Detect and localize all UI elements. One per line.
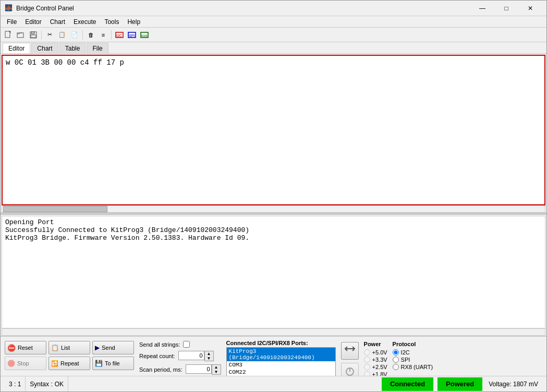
protocol-i2c-label: I2C xyxy=(401,349,410,356)
separator-2 xyxy=(82,30,83,40)
app-icon: 🌉 xyxy=(5,4,13,13)
editor-content[interactable]: w 0C 01 3B 00 00 c4 ff 17 p xyxy=(3,56,544,70)
repeat-count-down[interactable]: ▼ xyxy=(205,356,213,361)
power-5v-radio[interactable] xyxy=(364,349,370,356)
port-item-2[interactable]: COM3 xyxy=(227,361,335,369)
tab-table[interactable]: Table xyxy=(59,43,86,53)
toolbar-paste[interactable]: 📄 xyxy=(69,29,80,41)
output-line-2: Successfully Connected to KitProg3 (Brid… xyxy=(5,226,542,234)
svg-text:SPI: SPI xyxy=(129,34,135,38)
syntax-label: Syntax : xyxy=(30,381,52,388)
protocol-spi-label: SPI xyxy=(401,357,410,363)
menu-editor[interactable]: Editor xyxy=(21,16,45,28)
toolbar-open[interactable] xyxy=(15,29,27,41)
output-line-1: Opening Port xyxy=(5,218,542,226)
power-25v-radio[interactable] xyxy=(364,364,370,370)
tofile-button[interactable]: 💾 To file xyxy=(92,357,134,370)
close-button[interactable]: ✕ xyxy=(518,1,542,16)
send-all-label: Send all strings: xyxy=(139,341,180,348)
list-button[interactable]: 📋 List xyxy=(48,341,90,354)
toolbar-erase[interactable]: 🗑 xyxy=(85,29,96,41)
scan-period-label: Scan period, ms: xyxy=(139,366,183,373)
window-title: Bridge Control Panel xyxy=(16,5,470,12)
protocol-i2c-radio[interactable] xyxy=(393,349,399,356)
separator-3 xyxy=(111,30,112,40)
menu-help[interactable]: Help xyxy=(123,16,144,28)
nav-left-right-button[interactable] xyxy=(341,342,359,360)
tab-file[interactable]: File xyxy=(87,43,108,53)
output-area: Opening Port Successfully Connected to K… xyxy=(2,216,545,328)
toolbar-cut[interactable]: ✂ xyxy=(44,29,55,41)
titlebar-buttons: — □ ✕ xyxy=(470,1,542,16)
tofile-label: To file xyxy=(105,360,120,366)
svg-rect-2 xyxy=(17,33,23,38)
power-33v-row: +3.3V xyxy=(364,357,387,363)
send-button[interactable]: ▶ Send xyxy=(92,341,134,354)
toolbar-new[interactable] xyxy=(3,29,14,41)
toolbar-btn2[interactable]: SPI xyxy=(126,29,138,41)
scan-period-up[interactable]: ▲ xyxy=(212,365,221,370)
editor-wrapper: w 0C 01 3B 00 00 c4 ff 17 p xyxy=(1,54,546,213)
list-label: List xyxy=(61,345,70,351)
port-item-1[interactable]: KitProg3 (Bridge/1409102003249400) xyxy=(227,348,335,361)
power-25v-row: +2.5V xyxy=(364,364,387,370)
toolbar: ✂ 📋 📄 🗑 ≡ I2C SPI RX8 xyxy=(1,28,546,42)
tab-editor[interactable]: Editor xyxy=(3,43,30,53)
menu-chart[interactable]: Chart xyxy=(46,16,69,28)
toolbar-align[interactable]: ≡ xyxy=(98,29,109,41)
send-options: Send all strings: Repeat count: ▲ ▼ Scan… xyxy=(139,340,221,375)
output-hscrollbar[interactable] xyxy=(2,328,545,336)
protocol-spi-radio[interactable] xyxy=(393,357,399,363)
repeat-count-input-group: ▲ ▼ xyxy=(178,351,214,361)
protocol-title: Protocol xyxy=(393,341,433,347)
reset-label: Reset xyxy=(18,345,33,351)
list-icon: 📋 xyxy=(51,344,59,351)
power-5v-row: +5.0V xyxy=(364,349,387,356)
menubar: File Editor Chart Execute Tools Help xyxy=(1,16,546,28)
output-wrapper: Opening Port Successfully Connected to K… xyxy=(1,215,546,336)
editor-hscroll-thumb[interactable] xyxy=(3,206,107,212)
editor-hscrollbar[interactable] xyxy=(2,205,545,213)
reset-icon: ⛔ xyxy=(7,344,16,352)
repeat-count-label: Repeat count: xyxy=(139,353,175,359)
repeat-count-input[interactable] xyxy=(178,351,204,360)
menu-tools[interactable]: Tools xyxy=(100,16,123,28)
scan-period-input[interactable] xyxy=(186,364,212,374)
repeat-icon: 🔁 xyxy=(51,360,58,367)
toolbar-btn3[interactable]: RX8 xyxy=(139,29,150,41)
minimize-button[interactable]: — xyxy=(470,1,494,16)
svg-text:RX8: RX8 xyxy=(141,34,148,38)
stop-button[interactable]: 🛑 Stop xyxy=(5,357,46,370)
menu-execute[interactable]: Execute xyxy=(69,16,100,28)
protocol-spi-row: SPI xyxy=(393,357,433,363)
maximize-button[interactable]: □ xyxy=(494,1,518,16)
power-25v-label: +2.5V xyxy=(372,364,387,370)
svg-rect-4 xyxy=(31,32,34,34)
toolbar-save[interactable] xyxy=(28,29,39,41)
send-all-row: Send all strings: xyxy=(139,341,221,348)
power-33v-radio[interactable] xyxy=(364,357,370,363)
scan-period-row: Scan period, ms: ▲ ▼ xyxy=(139,364,221,375)
tab-chart[interactable]: Chart xyxy=(31,43,58,53)
cursor-position: 3 : 1 xyxy=(5,376,26,391)
editor-inner[interactable]: w 0C 01 3B 00 00 c4 ff 17 p xyxy=(2,55,545,205)
repeat-count-up[interactable]: ▲ xyxy=(205,351,213,356)
powered-button[interactable]: Powered xyxy=(437,377,482,391)
connected-button[interactable]: Connected xyxy=(382,377,433,391)
menu-file[interactable]: File xyxy=(3,16,21,28)
send-icon: ▶ xyxy=(95,344,100,351)
scan-period-down[interactable]: ▼ xyxy=(212,370,221,374)
protocol-section: Protocol I2C SPI RX8 (UART) xyxy=(393,340,433,370)
reset-button[interactable]: ⛔ Reset xyxy=(5,341,46,354)
protocol-rx8-radio[interactable] xyxy=(393,364,399,370)
port-item-3[interactable]: COM22 xyxy=(227,369,335,376)
syntax-ok: OK xyxy=(55,381,64,388)
toolbar-btn1[interactable]: I2C xyxy=(114,29,125,41)
send-all-checkbox[interactable] xyxy=(183,341,190,348)
repeat-count-spinner: ▲ ▼ xyxy=(204,351,214,361)
protocol-rx8-row: RX8 (UART) xyxy=(393,364,433,370)
toolbar-copy[interactable]: 📋 xyxy=(56,29,68,41)
scan-period-spinner: ▲ ▼ xyxy=(212,364,221,375)
repeat-button[interactable]: 🔁 Repeat xyxy=(48,357,90,370)
statusbar: 3 : 1 Syntax : OK Connected Powered Volt… xyxy=(1,376,546,391)
